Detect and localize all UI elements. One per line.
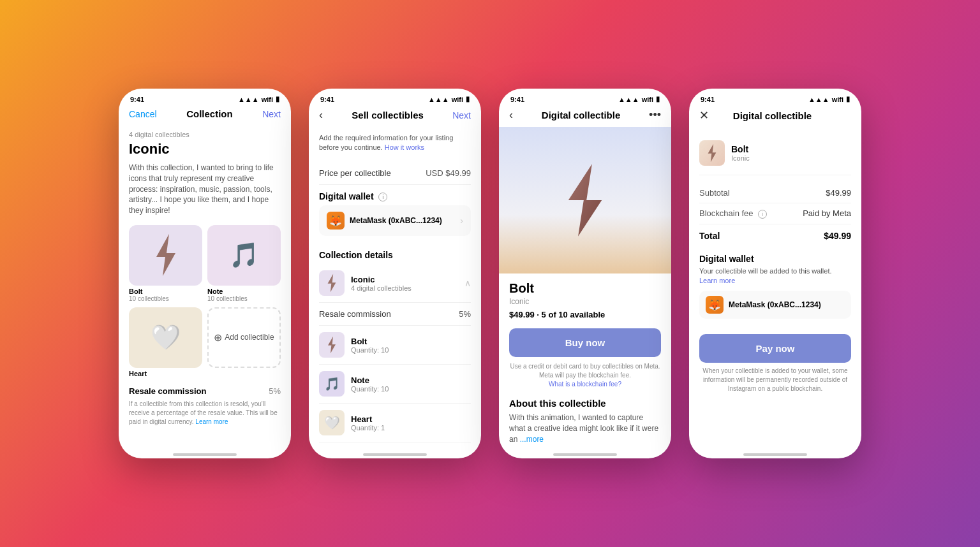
status-bar-2: 9:41 ▲▲▲ wifi ▮: [309, 89, 481, 106]
status-bar-1: 9:41 ▲▲▲ wifi ▮: [119, 89, 291, 106]
collection-header-item: Iconic 4 digital collectibles ∧: [319, 264, 471, 303]
battery-icon-3: ▮: [656, 95, 660, 103]
home-indicator-2: [309, 446, 481, 458]
wallet-desc-4: Your collectible will be added to this w…: [699, 266, 851, 286]
wallet-left: 🦊 MetaMask (0xABC...1234): [327, 212, 442, 230]
resale-label: Resale commission: [319, 309, 391, 319]
phone-4: 9:41 ▲▲▲ wifi ▮ ✕ Digital collectible Bo…: [689, 89, 861, 458]
commission-desc: If a collectible from this collection is…: [129, 400, 281, 427]
total-label: Total: [699, 231, 720, 241]
more-link[interactable]: ...more: [520, 435, 544, 444]
wallet-section-title: Digital wallet i: [319, 185, 471, 205]
note-name: Note: [351, 376, 389, 385]
note-info: Note Quantity: 10: [351, 376, 389, 393]
bolt-info: Bolt Quantity: 10: [351, 337, 389, 354]
time-2: 9:41: [320, 96, 334, 103]
next-button-2[interactable]: Next: [452, 110, 471, 120]
learn-more-link-4[interactable]: Learn more: [699, 277, 735, 284]
metamask-icon: 🦊: [327, 212, 345, 230]
wallet-name-4: MetaMask (0xABC...1234): [729, 300, 821, 309]
nav-bar-1: Cancel Collection Next: [119, 106, 291, 124]
item-name-note: Note: [207, 288, 281, 295]
back-button-2[interactable]: ‹: [319, 108, 323, 122]
pay-now-button[interactable]: Pay now: [699, 334, 851, 363]
heart-icon-sm: 🤍: [324, 415, 340, 430]
close-button[interactable]: ✕: [699, 108, 709, 122]
list-item[interactable]: 🤍 Heart Quantity: 1: [319, 404, 471, 442]
item-collection-4: Iconic: [731, 154, 750, 162]
plus-icon: ⊕: [214, 332, 222, 344]
blockchain-fee-row: Blockchain fee i Paid by Meta: [699, 203, 851, 224]
item-name-heart: Heart: [129, 370, 202, 377]
back-button-3[interactable]: ‹: [509, 108, 513, 122]
heart-qty: Quantity: 1: [351, 424, 385, 432]
collection-name: Iconic: [351, 275, 412, 284]
wallet-row-4[interactable]: 🦊 MetaMask (0xABC...1234): [699, 291, 851, 319]
home-indicator-1: [119, 446, 291, 458]
battery-icon-4: ▮: [846, 95, 850, 103]
commission-label: Resale commission: [129, 386, 206, 396]
item-sub-bolt: 10 collectibles: [129, 295, 202, 302]
total-value: $49.99: [824, 231, 851, 241]
collection-title: Iconic: [129, 141, 281, 157]
heart-icon: 🤍: [151, 323, 181, 351]
phone-1: 9:41 ▲▲▲ wifi ▮ Cancel Collection Next 4…: [119, 89, 291, 458]
time-1: 9:41: [130, 96, 144, 103]
wifi-icon-3: wifi: [642, 96, 653, 103]
list-item[interactable]: 🎵 Note 10 collectibles: [207, 225, 281, 302]
heart-name: Heart: [351, 414, 385, 424]
time-4: 9:41: [701, 96, 715, 103]
bolt-large-icon: [556, 162, 614, 238]
chevron-right-icon: ›: [460, 215, 463, 226]
item-sub-note: 10 collectibles: [207, 295, 281, 302]
subtotal-value: $49.99: [826, 188, 851, 198]
about-title: About this collectible: [509, 398, 661, 409]
blockchain-info-icon: i: [758, 210, 767, 219]
buy-note: Use a credit or debit card to buy collec…: [509, 362, 661, 389]
note-icon-sm: 🎵: [324, 376, 340, 391]
list-item[interactable]: Bolt Quantity: 10: [319, 326, 471, 365]
learn-more-link[interactable]: Learn more: [195, 418, 228, 425]
wallet-row[interactable]: 🦊 MetaMask (0xABC...1234) ›: [319, 205, 471, 236]
list-item[interactable]: 🤍 Heart: [129, 307, 202, 377]
screen-content-4: Bolt Iconic Subtotal $49.99 Blockchain f…: [689, 128, 861, 446]
about-text: With this animation, I wanted to capture…: [509, 412, 661, 444]
item-name-4: Bolt: [731, 144, 750, 154]
more-options-button[interactable]: •••: [649, 108, 661, 122]
payment-disclaimer: When your collectible is added to your w…: [699, 367, 851, 393]
home-indicator-3: [499, 446, 671, 458]
collection-sub: 4 digital collectibles: [351, 284, 412, 292]
bolt-name: Bolt: [351, 337, 389, 346]
wallet-title-4: Digital wallet: [699, 254, 851, 264]
cancel-button[interactable]: Cancel: [129, 109, 157, 119]
item-price-3: $49.99 · 5 of 10 available: [509, 310, 661, 319]
blockchain-fee-link[interactable]: What is a blockchain fee?: [549, 381, 621, 388]
list-item[interactable]: 🎵 Note Quantity: 10: [319, 365, 471, 404]
list-item[interactable]: Bolt 10 collectibles: [129, 225, 202, 302]
nav-title-4: Digital collectible: [733, 110, 812, 121]
collection-info: Iconic 4 digital collectibles: [351, 275, 412, 292]
screen-content-1: 4 digital collectibles Iconic With this …: [119, 124, 291, 446]
how-it-works-link[interactable]: How it works: [385, 143, 424, 151]
nav-bar-3: ‹ Digital collectible •••: [499, 106, 671, 127]
bolt-qty: Quantity: 10: [351, 346, 389, 354]
wallet-name: MetaMask (0xABC...1234): [350, 216, 442, 225]
total-row: Total $49.99: [699, 224, 851, 247]
commission-row: Resale commission 5%: [129, 386, 281, 396]
svg-marker-2: [328, 337, 336, 354]
next-button-1[interactable]: Next: [262, 109, 281, 119]
collectible-image-area: [499, 127, 671, 274]
bolt-icon-4: [705, 143, 719, 163]
price-label: Price per collectible: [319, 168, 391, 178]
buy-now-button[interactable]: Buy now: [509, 328, 661, 357]
add-collectible-button[interactable]: ⊕ Add collectible: [207, 307, 281, 377]
chevron-up-icon: ∧: [464, 278, 471, 288]
phone-2: 9:41 ▲▲▲ wifi ▮ ‹ Sell collectibles Next…: [309, 89, 481, 458]
status-icons-4: ▲▲▲ wifi ▮: [808, 95, 850, 103]
collection-section-title: Collection details: [319, 244, 471, 264]
nav-bar-4: ✕ Digital collectible: [689, 106, 861, 128]
svg-marker-1: [328, 274, 336, 293]
phone-3: 9:41 ▲▲▲ wifi ▮ ‹ Digital collectible ••…: [499, 89, 671, 458]
bolt-icon-sm: [325, 336, 338, 354]
svg-marker-0: [156, 234, 175, 276]
